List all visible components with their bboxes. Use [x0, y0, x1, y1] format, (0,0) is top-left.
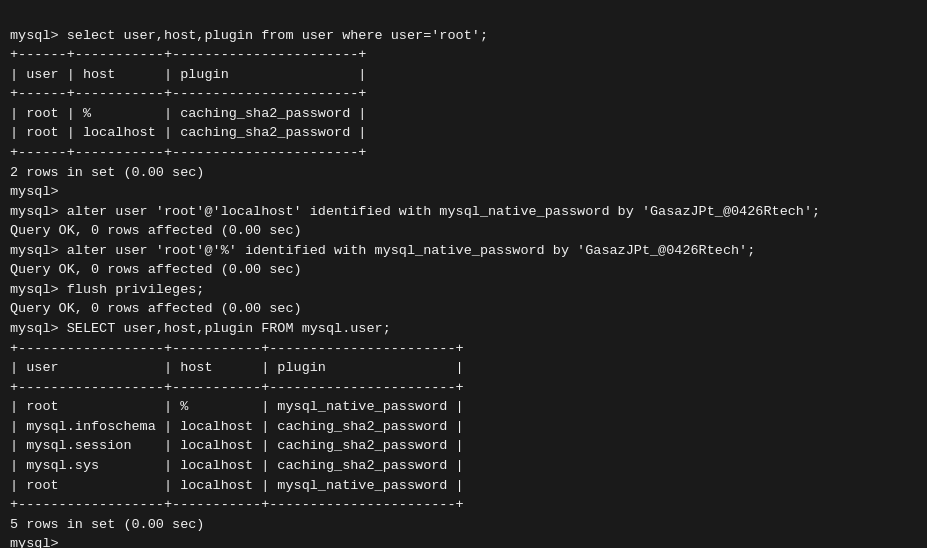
terminal-line: | root | % | caching_sha2_password | — [10, 104, 917, 124]
terminal-line: | mysql.session | localhost | caching_sh… — [10, 436, 917, 456]
terminal-line: mysql> alter user 'root'@'%' identified … — [10, 241, 917, 261]
terminal-line: Query OK, 0 rows affected (0.00 sec) — [10, 299, 917, 319]
terminal-line: Query OK, 0 rows affected (0.00 sec) — [10, 221, 917, 241]
terminal-line: 5 rows in set (0.00 sec) — [10, 515, 917, 535]
terminal-window[interactable]: mysql> select user,host,plugin from user… — [0, 0, 927, 548]
terminal-line: | root | % | mysql_native_password | — [10, 397, 917, 417]
terminal-line: +------------------+-----------+--------… — [10, 339, 917, 359]
terminal-line: +------+-----------+--------------------… — [10, 84, 917, 104]
terminal-line: | root | localhost | mysql_native_passwo… — [10, 476, 917, 496]
terminal-line: +------------------+-----------+--------… — [10, 495, 917, 515]
terminal-line: | mysql.infoschema | localhost | caching… — [10, 417, 917, 437]
terminal-line: Query OK, 0 rows affected (0.00 sec) — [10, 260, 917, 280]
terminal-line: +------------------+-----------+--------… — [10, 378, 917, 398]
terminal-line: mysql> SELECT user,host,plugin FROM mysq… — [10, 319, 917, 339]
terminal-line: 2 rows in set (0.00 sec) — [10, 163, 917, 183]
terminal-line: mysql> — [10, 182, 917, 202]
terminal-line: | root | localhost | caching_sha2_passwo… — [10, 123, 917, 143]
terminal-line: | user | host | plugin | — [10, 358, 917, 378]
terminal-line: mysql> flush privileges; — [10, 280, 917, 300]
terminal-line: mysql> _ — [10, 534, 917, 548]
terminal-line: | mysql.sys | localhost | caching_sha2_p… — [10, 456, 917, 476]
terminal-line: | user | host | plugin | — [10, 65, 917, 85]
terminal-line: +------+-----------+--------------------… — [10, 45, 917, 65]
terminal-line: mysql> alter user 'root'@'localhost' ide… — [10, 202, 917, 222]
terminal-line: +------+-----------+--------------------… — [10, 143, 917, 163]
terminal-line: mysql> select user,host,plugin from user… — [10, 26, 917, 46]
